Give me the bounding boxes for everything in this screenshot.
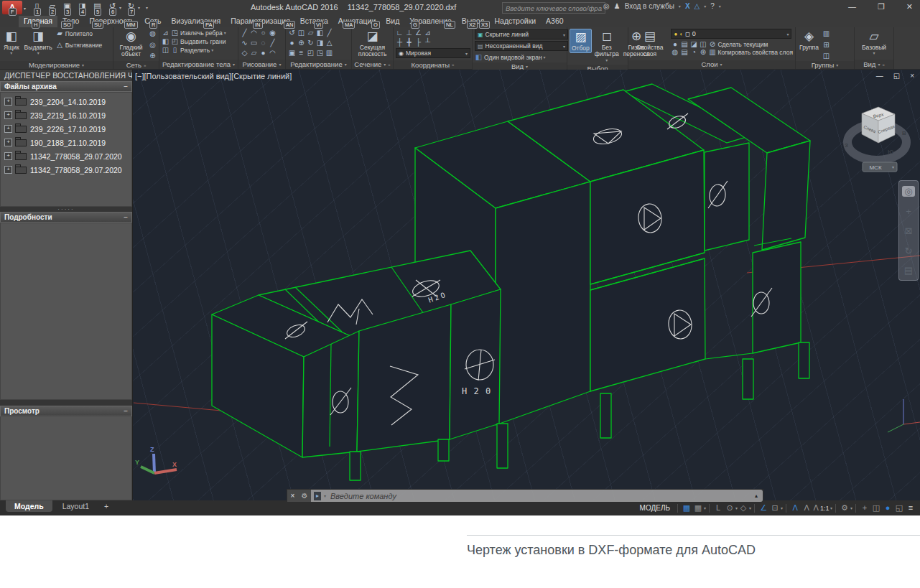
restore-button[interactable]: ❐ <box>878 2 885 11</box>
polar-tracking-icon[interactable]: ⊙ <box>725 504 735 512</box>
collapse-icon[interactable]: − <box>124 407 128 415</box>
help-button[interactable]: ? <box>710 2 715 10</box>
a360-icon[interactable]: △ <box>694 2 700 10</box>
panel-footer-layers[interactable]: Слои▾ <box>628 60 795 69</box>
object-snap-icon-caret[interactable]: ▾ <box>781 505 783 510</box>
search-icon[interactable]: ◎ <box>603 2 610 10</box>
tool-icon[interactable]: ◧ <box>316 29 324 37</box>
tool-icon[interactable]: ◰ <box>307 49 315 57</box>
annotation-scale-icon-caret[interactable]: ▾ <box>830 505 832 510</box>
layout-tab-Модель[interactable]: Модель <box>6 500 52 512</box>
qat-button-2[interactable]: ▱2 <box>47 1 57 13</box>
pan-icon[interactable]: + <box>906 207 911 216</box>
tool-icon[interactable]: ◎ <box>149 41 157 49</box>
tool-icon[interactable]: ├ <box>414 38 422 46</box>
archive-file-row[interactable]: +11342_778058_29.07.2020 <box>1 163 131 177</box>
make-current-button[interactable]: ●▤◪◫⊘ Сделать текущим <box>671 40 793 48</box>
tool-icon[interactable]: ◧ <box>162 37 169 45</box>
orbit-icon[interactable]: ↻ <box>905 246 913 256</box>
qat-button-3[interactable]: ▣3 <box>62 1 73 13</box>
viewcube-east-label[interactable]: В <box>902 130 906 136</box>
command-history-icon[interactable]: ▴ <box>755 493 760 499</box>
extract-edges-button[interactable]: ⊿◳ Извлечь ребра ▾ <box>162 29 236 37</box>
tool-icon[interactable]: ╱ <box>269 39 277 47</box>
match-layer-button[interactable]: ◍▤◔⊕▥ Копировать свойства слоя <box>671 48 793 56</box>
snap-icon[interactable]: ▦ <box>694 504 703 512</box>
layer-dropdown[interactable]: ● ◐ ◻ 0 ▾ <box>671 29 791 39</box>
tool-icon[interactable]: ∟ <box>396 29 404 37</box>
panel-footer-groups[interactable]: Группы▾ <box>796 61 854 69</box>
viewcube-south-label[interactable]: Ю <box>888 149 893 155</box>
tool-icon[interactable]: ● <box>671 40 679 48</box>
ahu-model[interactable]: H2O H 2 0 <box>212 84 810 480</box>
ucs-dropdown[interactable]: ◉ Мировая ▾ <box>396 48 470 58</box>
tool-icon[interactable]: ▥ <box>822 29 830 37</box>
panel-footer-mesh[interactable]: Сеть» <box>113 61 159 69</box>
qat-button-5[interactable]: ▤5 <box>92 1 103 13</box>
tool-icon[interactable]: ↻ <box>307 39 315 47</box>
viewcube[interactable]: З Ю В Верх Слева Спереди МСК ▾ <box>845 107 906 172</box>
viewport-config-dropdown[interactable]: ◧ Один видовой экран ▾ <box>475 53 564 61</box>
tool-icon[interactable]: ⊿ <box>424 29 432 37</box>
command-input[interactable] <box>329 491 752 501</box>
tool-icon[interactable]: ╱ <box>241 29 248 37</box>
collapse-icon[interactable]: − <box>124 213 128 221</box>
panel-footer-draw[interactable]: Рисование▾ <box>238 60 285 69</box>
polar-tracking-icon-caret[interactable]: ▾ <box>735 505 738 510</box>
base-view-button[interactable]: ▱ Базовый ▾ <box>860 29 888 57</box>
tool-icon[interactable]: ● <box>259 49 267 57</box>
polysolid-button[interactable]: ▰ Политело <box>56 29 102 37</box>
tool-icon[interactable]: ┴ <box>424 38 432 46</box>
autoscale-icon[interactable]: Λ <box>802 504 812 512</box>
tool-icon[interactable]: ◫ <box>297 29 305 37</box>
tool-icon[interactable]: ┼ <box>396 38 404 46</box>
tool-icon[interactable]: ◍ <box>149 29 157 37</box>
navigation-wheel-icon[interactable]: ◎ <box>902 186 914 197</box>
layout-tab-Layout1[interactable]: Layout1 <box>54 500 98 512</box>
tool-icon[interactable]: ▥ <box>708 48 716 56</box>
tool-icon[interactable]: ◫ <box>822 52 830 60</box>
tool-icon[interactable]: ⊕ <box>297 39 305 47</box>
ribbon-tab-Поверхность[interactable]: Поверхность <box>84 16 139 27</box>
object-snap-icon[interactable]: ⊡ <box>771 504 780 512</box>
tool-icon[interactable]: ⊕ <box>699 48 707 56</box>
isolate-objects-icon[interactable]: ◱ <box>895 504 904 512</box>
zoom-extents-icon[interactable]: ⊠ <box>905 226 913 235</box>
tool-icon[interactable]: ◫ <box>162 46 169 54</box>
culling-button[interactable]: ▨ Отбор <box>570 29 592 53</box>
tool-icon[interactable]: ▥ <box>325 49 333 57</box>
ribbon-tab-Тело[interactable]: Тело <box>57 16 84 27</box>
panel-footer-coordinates[interactable]: Координаты» <box>394 60 472 69</box>
qat-button-7[interactable]: ↻7 <box>126 1 136 13</box>
ribbon-tab-Вставка[interactable]: Вставка <box>295 16 333 27</box>
extrude-faces-button[interactable]: ◧◰ Выдавить грани <box>162 37 236 45</box>
workspace-icon[interactable]: ⚙ <box>840 504 849 512</box>
named-view-dropdown[interactable]: ▤ Несохраненный вид ▾ <box>475 41 568 51</box>
new-layout-button[interactable]: + <box>99 500 113 512</box>
tool-icon[interactable]: ◳ <box>171 29 179 37</box>
ribbon-tab-Параметризация[interactable]: Параметризация <box>226 16 295 27</box>
ribbon-tab-Вид[interactable]: Вид <box>381 16 404 27</box>
ribbon-tab-Визуализация[interactable]: Визуализация <box>167 16 226 27</box>
tool-icon[interactable]: ↺ <box>288 29 296 37</box>
tool-icon[interactable]: ⊞ <box>822 41 830 49</box>
panel-footer-modeling[interactable]: Моделирование▾ <box>0 61 113 69</box>
annotation-scale-icon[interactable]: Λ1:1 <box>814 504 830 512</box>
viewcube-west-label[interactable]: З <box>845 142 848 149</box>
help-search-input[interactable] <box>502 2 605 14</box>
tool-icon[interactable]: ▤ <box>680 40 688 48</box>
extrude-button[interactable]: ◨ Выдавить ▾ <box>23 29 54 57</box>
expand-icon[interactable]: + <box>4 152 12 160</box>
customize-plus-icon[interactable]: + <box>860 504 870 512</box>
tool-icon[interactable]: ● <box>288 39 296 47</box>
ortho-icon[interactable]: L <box>714 504 723 512</box>
drawing-canvas[interactable]: [−][Пользовательский вид][Скрытие линий]… <box>133 70 920 500</box>
tool-icon[interactable]: ⊥ <box>405 29 413 37</box>
section-header-files[interactable]: Файлы архива − <box>0 81 132 92</box>
tool-icon[interactable]: ╋ <box>405 38 413 46</box>
ribbon-tab-Аннотации[interactable]: Аннотации <box>333 16 381 27</box>
ribbon-tab-Главная[interactable]: Главная <box>19 16 57 27</box>
tool-icon[interactable]: ╱ <box>325 29 333 37</box>
tool-icon[interactable]: ⊕ <box>149 52 157 60</box>
ribbon-tab-Вывод[interactable]: Вывод <box>457 16 490 27</box>
